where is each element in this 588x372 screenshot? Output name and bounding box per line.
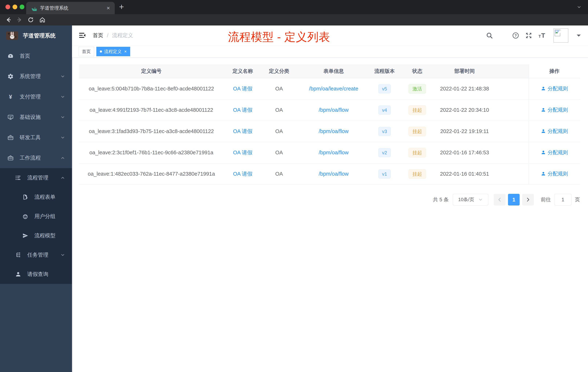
org-tree-icon: [14, 252, 22, 258]
cell-definition-id: oa_leave:1:482ec033-762a-11ec-8477-a2380…: [79, 163, 224, 185]
breadcrumb-home[interactable]: 首页: [93, 32, 103, 39]
user-icon: [541, 171, 546, 176]
sidebar-item-doc-edit[interactable]: 流程表单: [0, 187, 72, 207]
sidebar-item-gear[interactable]: 系统管理: [0, 66, 72, 87]
back-button[interactable]: [4, 16, 11, 23]
new-tab-button[interactable]: +: [119, 2, 124, 11]
tag-active[interactable]: 流程定义×: [96, 47, 130, 56]
cell-actions[interactable]: 分配规则: [529, 99, 580, 121]
sidebar-item-label: 研发工具: [20, 134, 41, 141]
reload-button[interactable]: [27, 16, 34, 23]
avatar-dropdown-caret-icon[interactable]: [577, 34, 581, 39]
assign-rule-label: 分配规则: [548, 149, 568, 156]
status-badge: 挂起: [409, 127, 426, 136]
definition-name-link[interactable]: OA 请假: [233, 107, 252, 113]
form-info-link[interactable]: /bpm/oa/flow: [319, 107, 348, 113]
tab-close-icon[interactable]: ×: [106, 5, 110, 11]
definition-name-link[interactable]: OA 请假: [233, 86, 252, 92]
next-page-button[interactable]: [522, 194, 534, 206]
cell-definition-name[interactable]: OA 请假: [224, 163, 262, 185]
page-size-select[interactable]: 10条/页: [453, 194, 488, 206]
definition-name-link[interactable]: OA 请假: [233, 128, 252, 134]
sidebar-item-label: 任务管理: [27, 251, 48, 259]
column-header: 定义编号: [79, 65, 224, 78]
assign-rule-link[interactable]: 分配规则: [541, 149, 568, 156]
gear-icon: [7, 73, 15, 79]
app-title: 芋道管理系统: [23, 32, 56, 40]
assign-rule-link[interactable]: 分配规则: [541, 128, 568, 135]
pagination-total: 共 5 条: [433, 196, 449, 203]
form-info-link[interactable]: /bpm/oa/flow: [319, 128, 348, 134]
form-info-link[interactable]: /bpm/oa/flow: [319, 150, 348, 155]
home-button[interactable]: [39, 16, 46, 23]
sidebar-item-dashboard[interactable]: 首页: [0, 46, 72, 66]
form-info-link[interactable]: /bpm/oa/leave/create: [309, 86, 358, 92]
avatar[interactable]: [554, 28, 568, 43]
version-tag: v3: [378, 127, 390, 136]
definition-name-link[interactable]: OA 请假: [233, 171, 252, 177]
minimize-window-button[interactable]: [12, 5, 17, 9]
sidebar-menu: 首页系统管理¥支付管理基础设施研发工具工作流程流程管理流程表单用户分组流程模型任…: [0, 46, 72, 284]
sidebar-item-robot[interactable]: 用户分组: [0, 207, 72, 226]
cell-form-info[interactable]: /bpm/oa/leave/create: [296, 78, 371, 99]
tab-search-chevron-icon[interactable]: [577, 5, 581, 10]
font-size-icon[interactable]: TT: [538, 32, 546, 39]
cell-form-info[interactable]: /bpm/oa/flow: [296, 121, 371, 142]
cell-definition-name[interactable]: OA 请假: [224, 142, 262, 163]
sidebar-item-monitor[interactable]: 基础设施: [0, 107, 72, 127]
svg-text:T: T: [541, 32, 545, 39]
cell-definition-name[interactable]: OA 请假: [224, 121, 262, 142]
sidebar-item-paper-plane[interactable]: 流程模型: [0, 226, 72, 245]
close-window-button[interactable]: [5, 5, 10, 9]
cell-actions[interactable]: 分配规则: [529, 163, 580, 185]
fullscreen-icon[interactable]: [525, 32, 532, 39]
maximize-window-button[interactable]: [20, 5, 24, 9]
tag-close-icon[interactable]: ×: [124, 49, 127, 54]
macos-traffic-lights[interactable]: [5, 5, 24, 9]
sidebar-item-toolbox[interactable]: 研发工具: [0, 127, 72, 148]
cell-version: v2: [371, 142, 398, 163]
assign-rule-link[interactable]: 分配规则: [541, 85, 568, 92]
version-tag: v4: [378, 106, 390, 115]
search-icon[interactable]: [486, 32, 493, 39]
github-icon[interactable]: [499, 32, 506, 39]
current-page-button[interactable]: 1: [508, 194, 520, 206]
sidebar-item-list-tree[interactable]: 流程管理: [0, 168, 72, 187]
cell-actions[interactable]: 分配规则: [529, 121, 580, 142]
column-header: 操作: [529, 65, 580, 78]
cell-deploy-time: 2022-01-22 19:19:11: [436, 121, 493, 142]
cell-actions[interactable]: 分配规则: [529, 142, 580, 163]
form-info-link[interactable]: /bpm/oa/flow: [319, 171, 348, 177]
version-tag: v1: [378, 169, 390, 178]
cell-definition-name[interactable]: OA 请假: [224, 78, 262, 99]
sidebar-collapse-icon[interactable]: [79, 32, 86, 39]
prev-page-button[interactable]: [494, 194, 505, 206]
cell-form-info[interactable]: /bpm/oa/flow: [296, 99, 371, 121]
cell-status: 挂起: [398, 163, 436, 185]
forward-button[interactable]: [16, 16, 22, 23]
sidebar-item-yen[interactable]: ¥支付管理: [0, 87, 72, 107]
tag-label: 首页: [82, 49, 91, 55]
cell-version: v1: [371, 163, 398, 185]
help-icon[interactable]: ?: [512, 32, 519, 39]
page-jump-input[interactable]: [554, 194, 572, 206]
cell-version: v4: [371, 99, 398, 121]
tag-inactive[interactable]: 首页: [79, 47, 94, 56]
sidebar-item-briefcase[interactable]: 工作流程: [0, 148, 72, 168]
app-window: 芋道管理系统 首页系统管理¥支付管理基础设施研发工具工作流程流程管理流程表单用户…: [0, 25, 588, 372]
sidebar-logo-row[interactable]: 芋道管理系统: [0, 25, 72, 46]
cell-form-info[interactable]: /bpm/oa/flow: [296, 142, 371, 163]
svg-text:T: T: [538, 34, 541, 39]
cell-actions[interactable]: 分配规则: [529, 78, 580, 99]
assign-rule-link[interactable]: 分配规则: [541, 107, 568, 113]
sidebar-item-org-tree[interactable]: 任务管理: [0, 245, 72, 265]
assign-rule-link[interactable]: 分配规则: [541, 170, 568, 177]
sidebar-item-user[interactable]: 请假查询: [0, 265, 72, 284]
cell-definition-name[interactable]: OA 请假: [224, 99, 262, 121]
cell-definition-id: oa_leave:4:991f2193-7b7f-11ec-a3c8-acde4…: [79, 99, 224, 121]
definition-name-link[interactable]: OA 请假: [233, 150, 252, 155]
browser-tab[interactable]: 芋道管理系统 ×: [26, 2, 115, 14]
cell-form-info[interactable]: /bpm/oa/flow: [296, 163, 371, 185]
briefcase-icon: [7, 155, 15, 161]
status-badge: 挂起: [409, 105, 426, 115]
